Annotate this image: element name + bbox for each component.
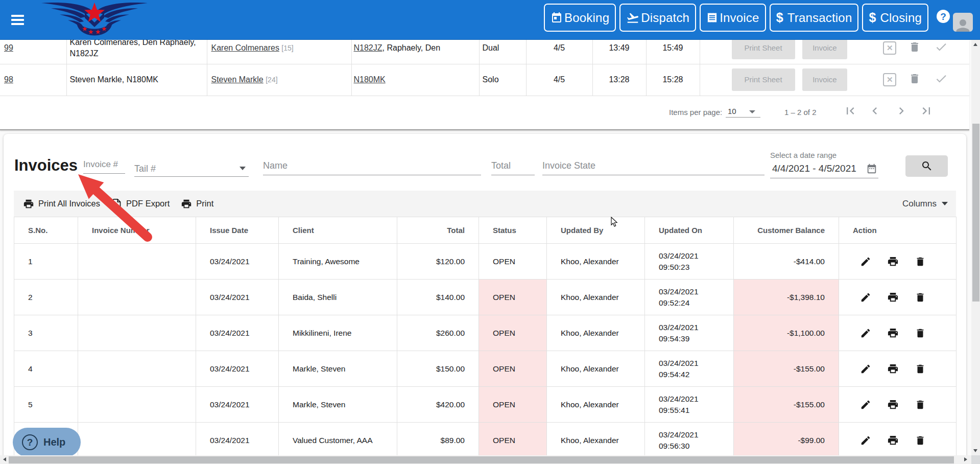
invoice-customer-balance: -$1,100.00 (734, 315, 839, 351)
booking-start: 13:28 (592, 64, 646, 96)
menu-icon[interactable] (11, 15, 24, 25)
invoice-number-cell (78, 280, 196, 315)
next-page-icon[interactable] (894, 104, 909, 118)
invoice-client: Training, Awesome (279, 244, 397, 280)
print-sheet-button[interactable]: Print Sheet (732, 37, 795, 59)
horizontal-scrollbar[interactable] (0, 455, 971, 464)
invoice-issue-date: 03/24/2021 (196, 423, 279, 458)
scroll-down-icon[interactable] (973, 449, 977, 452)
nav-invoice-button[interactable]: Invoice (700, 4, 766, 32)
tail-number-select[interactable]: Tail # (134, 164, 249, 177)
dollar-icon: $ (869, 10, 876, 25)
prev-page-icon[interactable] (868, 104, 882, 118)
edit-icon[interactable] (860, 363, 871, 375)
invoice-button[interactable]: Invoice (802, 68, 847, 91)
print-button[interactable]: Print (181, 198, 213, 210)
help-button[interactable]: ? Help (13, 428, 81, 457)
delete-icon[interactable] (915, 292, 926, 303)
printer-icon (23, 198, 34, 210)
delete-icon[interactable] (915, 328, 926, 339)
nav-transaction-button[interactable]: $ Transaction (770, 4, 859, 32)
first-page-icon[interactable] (843, 104, 857, 118)
print-icon[interactable] (887, 291, 899, 303)
delete-icon[interactable] (915, 256, 926, 267)
edit-icon[interactable] (860, 256, 871, 267)
horizontal-scrollbar-thumb[interactable] (9, 456, 954, 463)
delete-icon[interactable] (915, 435, 926, 446)
date-range-field[interactable]: Select a date range 4/4/2021 - 4/5/2021 (770, 151, 878, 178)
page-title: Invoices (14, 156, 78, 175)
booking-client-link[interactable]: Steven Markle (211, 75, 264, 84)
columns-dropdown[interactable]: Columns (902, 191, 948, 217)
invoice-status: OPEN (479, 315, 547, 351)
delete-icon[interactable] (915, 399, 926, 410)
search-button[interactable] (905, 155, 948, 177)
col-header-sno: S.No. (14, 217, 78, 244)
booking-aircraft-link[interactable]: N182JZ (354, 43, 383, 52)
edit-icon[interactable] (860, 399, 871, 410)
invoices-toolbar: Print All Invoices PDF Export Print Colu… (14, 191, 956, 217)
invoice-number-input[interactable]: Invoice # (83, 159, 125, 174)
trash-icon[interactable] (909, 41, 921, 55)
check-icon[interactable] (935, 40, 948, 56)
print-icon[interactable] (887, 327, 899, 339)
trash-icon[interactable] (909, 73, 921, 87)
nav-booking-button[interactable]: Booking (544, 4, 616, 32)
pdf-export-button[interactable]: PDF Export (111, 198, 170, 209)
scroll-up-icon[interactable] (973, 43, 977, 46)
edit-icon[interactable] (860, 328, 871, 339)
invoice-total: $150.00 (397, 351, 479, 387)
last-page-icon[interactable] (919, 104, 934, 118)
print-all-invoices-button[interactable]: Print All Invoices (23, 198, 100, 210)
vertical-scrollbar[interactable] (971, 40, 980, 455)
scroll-left-icon[interactable] (3, 457, 6, 461)
invoice-updated-by: Khoo, Alexander (547, 423, 645, 458)
pdf-icon (111, 198, 122, 209)
items-per-page-label: Items per page: (669, 108, 722, 117)
check-icon[interactable] (935, 72, 948, 87)
invoices-header-row: S.No. Invoice Number Issue Date Client T… (14, 217, 957, 244)
booking-id-link[interactable]: 99 (4, 43, 13, 52)
invoice-button[interactable]: Invoice (802, 37, 847, 59)
scroll-right-icon[interactable] (964, 457, 967, 461)
user-avatar[interactable] (953, 13, 973, 32)
delete-icon[interactable] (915, 363, 926, 375)
print-sheet-button[interactable]: Print Sheet (732, 68, 795, 91)
invoice-customer-balance: -$1,398.10 (734, 280, 839, 315)
header-help-icon[interactable]: ? (937, 10, 950, 23)
invoice-client: Markle, Steven (279, 351, 397, 387)
invoice-client: Baida, Shelli (279, 280, 397, 315)
edit-icon[interactable] (860, 292, 871, 303)
nav-closing-button[interactable]: $ Closing (862, 4, 928, 32)
invoice-actions-cell (839, 387, 957, 423)
invoice-customer-balance: -$155.00 (734, 387, 839, 423)
booking-client-link[interactable]: Karen Colmenares (211, 43, 279, 52)
cancel-x-icon[interactable]: ✕ (883, 41, 896, 55)
receipt-icon (706, 12, 718, 24)
invoice-sno: 2 (14, 280, 78, 315)
caret-down-icon (240, 167, 246, 170)
edit-icon[interactable] (860, 435, 871, 446)
calendar-icon[interactable] (866, 163, 877, 176)
invoice-state-input[interactable]: Invoice State (542, 160, 764, 175)
booking-id-link[interactable]: 98 (4, 75, 13, 84)
vertical-scrollbar-thumb[interactable] (972, 124, 979, 301)
invoice-actions-cell (839, 244, 957, 280)
calendar-icon (551, 12, 563, 24)
print-icon[interactable] (887, 256, 899, 267)
print-icon[interactable] (887, 434, 899, 446)
name-input[interactable]: Name (263, 160, 481, 175)
invoice-number-cell (78, 387, 196, 423)
booking-row: 98 Steven Markle, N180MK Steven Markle [… (0, 64, 969, 96)
print-icon[interactable] (887, 399, 899, 410)
nav-dispatch-button[interactable]: Dispatch (619, 4, 696, 32)
print-icon[interactable] (887, 363, 899, 375)
invoice-sno: 3 (14, 315, 78, 351)
total-input[interactable]: Total (491, 160, 535, 175)
booking-aircraft-link[interactable]: N180MK (354, 75, 386, 84)
invoice-total: $420.00 (397, 387, 479, 423)
invoice-row: 4 03/24/2021 Markle, Steven $150.00 OPEN… (14, 351, 957, 387)
cancel-x-icon[interactable]: ✕ (883, 73, 896, 86)
invoice-row: 6 03/24/2021 Valued Customer, AAA $89.00… (14, 423, 957, 458)
items-per-page-select[interactable]: 10 (726, 106, 760, 118)
